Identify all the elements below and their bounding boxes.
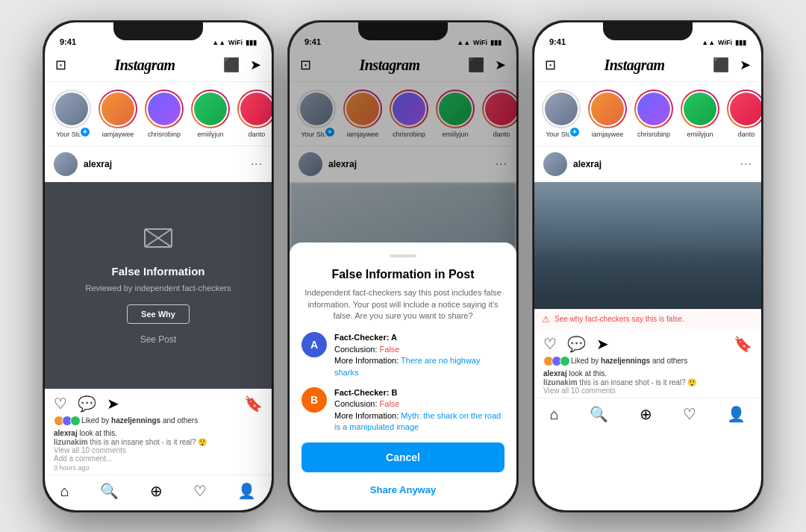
caption-1: alexraj look at this. bbox=[54, 428, 263, 438]
see-why-button[interactable]: See Why bbox=[127, 304, 190, 324]
tv-icon[interactable]: ⬛ bbox=[223, 57, 240, 73]
like-icon-1[interactable]: ♡ bbox=[54, 395, 67, 413]
wifi-icon-3: WiFi bbox=[718, 39, 732, 46]
likes-avatars-3 bbox=[543, 356, 568, 366]
warning-banner[interactable]: ⚠ See why fact-checkers say this is fals… bbox=[534, 309, 761, 329]
signal-icon: ▲▲ bbox=[212, 39, 225, 46]
post-username-1: alexraj bbox=[84, 159, 245, 169]
post-avatar-3 bbox=[543, 152, 567, 176]
post-more-1[interactable]: ··· bbox=[251, 157, 263, 171]
likes-avatar-3c bbox=[560, 356, 570, 366]
share-icon-3[interactable]: ➤ bbox=[596, 335, 609, 353]
nav-add-1[interactable]: ⊕ bbox=[150, 482, 163, 500]
post-username-3: alexraj bbox=[573, 159, 734, 169]
bookmark-icon-1[interactable]: 🔖 bbox=[244, 395, 263, 413]
view-comments-1[interactable]: View all 10 comments bbox=[54, 446, 263, 454]
notch bbox=[113, 22, 203, 40]
story-emiilyjun-1[interactable]: emiilyjun bbox=[191, 90, 230, 138]
signal-icon-3: ▲▲ bbox=[702, 39, 715, 46]
ig-header-3: ⊡ Instagram ⬛ ➤ bbox=[534, 49, 761, 82]
modal-sheet: False Information in Post Independent fa… bbox=[290, 242, 516, 510]
phone-3: 9:41 ▲▲ WiFi ▮▮▮ ⊡ Instagram ⬛ ➤ bbox=[532, 20, 763, 513]
likes-row-3: Liked by hazeljennings and others bbox=[543, 356, 752, 366]
story-jaywee-3[interactable]: iamjaywee bbox=[588, 90, 627, 138]
nav-add-3[interactable]: ⊕ bbox=[640, 405, 652, 423]
fc-name-b: Fact-Checker: B bbox=[334, 387, 504, 398]
nav-heart-3[interactable]: ♡ bbox=[683, 405, 696, 423]
post-info-1: Liked by hazeljennings and others alexra… bbox=[45, 416, 272, 475]
story-your-3[interactable]: + Your Story bbox=[542, 90, 581, 138]
story-chris-3[interactable]: chrisrobinp bbox=[634, 90, 673, 138]
likes-row-1: Liked by hazeljennings and others bbox=[54, 416, 263, 426]
fc-more-link-a[interactable]: There are no highway sharks bbox=[334, 356, 480, 376]
phone-2: 9:41 ▲▲ WiFi ▮▮▮ ⊡ Instagram ⬛ ➤ bbox=[287, 20, 519, 513]
cancel-button[interactable]: Cancel bbox=[302, 442, 504, 472]
nav-home-3[interactable]: ⌂ bbox=[550, 406, 559, 423]
road-image bbox=[534, 182, 761, 309]
plus-badge-1: + bbox=[79, 126, 91, 138]
false-info-overlay: False Information Reviewed by independen… bbox=[45, 182, 272, 389]
status-icons-1: ▲▲ WiFi ▮▮▮ bbox=[212, 39, 257, 46]
post-info-3: Liked by hazeljennings and others alexra… bbox=[534, 356, 761, 398]
bookmark-icon-3[interactable]: 🔖 bbox=[734, 335, 752, 353]
story-label-jaywee-1: iamjaywee bbox=[102, 131, 134, 138]
like-icon-3[interactable]: ♡ bbox=[543, 335, 557, 353]
fc-info-b: Fact-Checker: B Conclusion: False More I… bbox=[334, 387, 504, 434]
battery-icon: ▮▮▮ bbox=[246, 39, 257, 46]
story-iamjaywee-1[interactable]: iamjaywee bbox=[99, 90, 137, 138]
nav-search-1[interactable]: 🔍 bbox=[100, 482, 119, 500]
stories-row-1: + Your Story iamjaywee chrisrobinp bbox=[45, 82, 272, 146]
post-time-1: 3 hours ago bbox=[54, 464, 263, 472]
post-actions-3: ♡ 💬 ➤ 🔖 bbox=[534, 329, 761, 356]
fc-conclusion-a: Conclusion: False bbox=[334, 344, 504, 355]
post-image-1: False Information Reviewed by independen… bbox=[45, 182, 272, 389]
add-comment-1[interactable]: Add a comment... bbox=[54, 454, 263, 463]
likes-text-1: Liked by hazeljennings and others bbox=[81, 416, 198, 425]
false-info-icon bbox=[143, 226, 173, 256]
nav-profile-1[interactable]: 👤 bbox=[237, 482, 256, 500]
post-actions-1: ♡ 💬 ➤ 🔖 bbox=[45, 389, 272, 416]
fact-checker-a: A Fact-Checker: A Conclusion: False More… bbox=[302, 332, 504, 378]
fc-conclusion-val-b: False bbox=[380, 399, 400, 408]
comment-1: lizunakim this is an insane shot - is it… bbox=[54, 438, 263, 446]
likes-text-3: Liked by hazeljennings and others bbox=[571, 357, 687, 365]
nav-home-1[interactable]: ⌂ bbox=[60, 483, 69, 500]
instagram-logo-3: Instagram bbox=[604, 57, 664, 74]
comment-icon-3[interactable]: 💬 bbox=[567, 335, 586, 353]
view-comments-3[interactable]: View all 10 comments bbox=[543, 387, 752, 395]
see-post-link[interactable]: See Post bbox=[140, 334, 177, 345]
tv-icon-3[interactable]: ⬛ bbox=[713, 57, 729, 73]
share-anyway-button[interactable]: Share Anyway bbox=[302, 478, 504, 501]
header-right-icons-3: ⬛ ➤ bbox=[713, 57, 751, 73]
fc-more-link-b[interactable]: Myth: the shark on the road is a manipul… bbox=[334, 411, 501, 431]
story-emily-3[interactable]: emiilyjun bbox=[681, 90, 719, 138]
story-danto-1[interactable]: danto bbox=[237, 90, 272, 138]
stories-row-3: + Your Story iamjaywee chrisrobinp bbox=[534, 82, 761, 146]
send-icon[interactable]: ➤ bbox=[250, 57, 261, 73]
battery-icon-3: ▮▮▮ bbox=[735, 39, 746, 46]
share-icon-1[interactable]: ➤ bbox=[107, 395, 119, 413]
story-danto-3[interactable]: danto bbox=[727, 90, 761, 138]
fact-checker-b: B Fact-Checker: B Conclusion: False More… bbox=[302, 387, 504, 434]
send-icon-3[interactable]: ➤ bbox=[740, 57, 751, 73]
nav-heart-1[interactable]: ♡ bbox=[193, 482, 207, 500]
camera-icon-3[interactable]: ⊡ bbox=[545, 57, 556, 73]
camera-icon[interactable]: ⊡ bbox=[55, 57, 66, 73]
modal-overlay: False Information in Post Independent fa… bbox=[290, 22, 516, 510]
fc-more-a: More Information: There are no highway s… bbox=[334, 355, 504, 378]
story-your-1[interactable]: + Your Story bbox=[52, 90, 91, 138]
ig-header-1: ⊡ Instagram ⬛ ➤ bbox=[45, 49, 272, 82]
comment-icon-1[interactable]: 💬 bbox=[78, 395, 96, 413]
nav-search-3[interactable]: 🔍 bbox=[590, 405, 608, 423]
story-label-emily-1: emiilyjun bbox=[197, 131, 223, 138]
post-image-3 bbox=[534, 182, 761, 309]
status-time-1: 9:41 bbox=[60, 37, 76, 46]
wifi-icon: WiFi bbox=[228, 39, 243, 46]
story-chrisrobinp-1[interactable]: chrisrobinp bbox=[145, 90, 184, 138]
notch-3 bbox=[603, 22, 693, 40]
fc-name-a: Fact-Checker: A bbox=[334, 332, 504, 343]
story-label-danto-3: danto bbox=[738, 131, 755, 138]
post-more-3[interactable]: ··· bbox=[740, 157, 752, 171]
likes-avatar-c bbox=[70, 416, 81, 426]
nav-profile-3[interactable]: 👤 bbox=[727, 405, 746, 423]
